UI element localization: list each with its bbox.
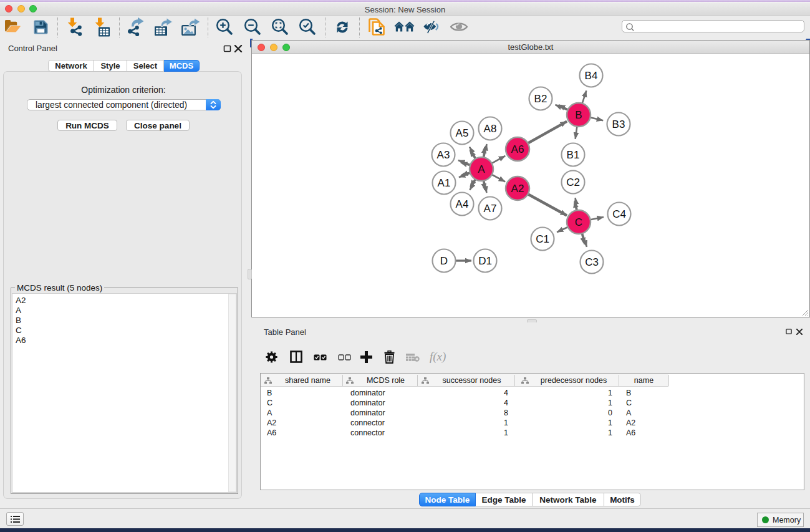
svg-text:A6: A6 <box>511 143 524 155</box>
svg-text:A1: A1 <box>438 177 451 189</box>
svg-text:C4: C4 <box>612 208 626 220</box>
svg-text:A7: A7 <box>484 203 497 215</box>
svg-text:A5: A5 <box>456 127 469 139</box>
svg-text:B3: B3 <box>612 118 625 130</box>
svg-text:A: A <box>478 163 485 175</box>
svg-text:B: B <box>575 109 582 121</box>
svg-text:A4: A4 <box>456 198 469 210</box>
svg-text:B4: B4 <box>585 70 598 82</box>
svg-text:C1: C1 <box>536 233 549 245</box>
svg-text:A2: A2 <box>511 183 524 195</box>
svg-text:B1: B1 <box>567 149 580 161</box>
svg-text:C3: C3 <box>585 256 599 268</box>
svg-text:C: C <box>575 216 582 228</box>
svg-text:A3: A3 <box>437 149 450 161</box>
svg-text:B2: B2 <box>534 93 547 105</box>
svg-text:D: D <box>440 255 448 267</box>
svg-text:C2: C2 <box>566 177 580 188</box>
svg-text:A8: A8 <box>484 123 497 135</box>
svg-text:D1: D1 <box>478 255 492 267</box>
